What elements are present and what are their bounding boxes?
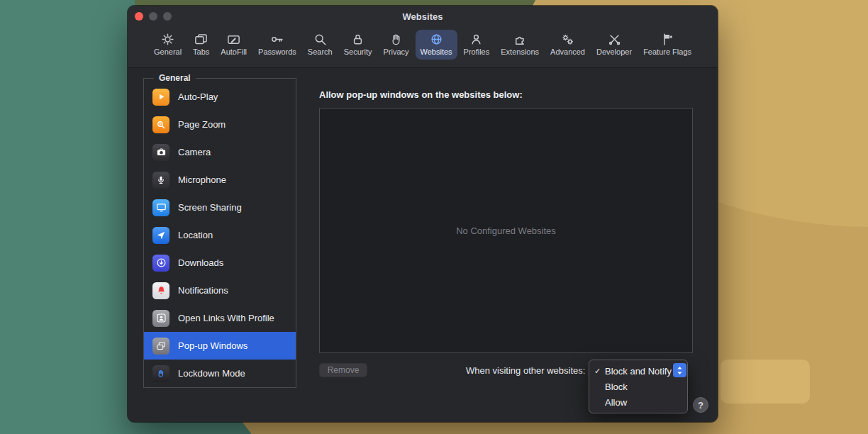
sidebar-item-label: Downloads xyxy=(178,257,223,268)
toolbar-item-general[interactable]: General xyxy=(149,30,187,60)
sidebar-item-label: Notifications xyxy=(178,285,228,296)
screen-icon xyxy=(152,199,169,216)
toolbar-item-label: Developer xyxy=(596,48,632,56)
checkmark-icon: ✓ xyxy=(594,367,601,376)
chevron-up-down-icon xyxy=(677,366,683,375)
window-title: Websites xyxy=(403,11,443,22)
popup-button[interactable] xyxy=(673,363,686,377)
toolbar-item-developer[interactable]: Developer xyxy=(591,30,637,60)
safari-settings-window: Websites General Tabs AutoFill xyxy=(128,6,718,422)
toolbar-item-label: Tabs xyxy=(193,48,209,56)
lock-icon xyxy=(351,33,365,46)
close-button[interactable] xyxy=(135,12,143,21)
toolbar-item-label: Websites xyxy=(421,48,452,56)
traffic-lights xyxy=(135,6,172,27)
globe-icon xyxy=(430,33,443,46)
sidebar-item-auto-play[interactable]: Auto-Play xyxy=(144,83,296,111)
zoom-button[interactable] xyxy=(163,12,172,21)
popup-windows-icon xyxy=(152,338,169,355)
toolbar-item-tabs[interactable]: Tabs xyxy=(188,30,214,60)
sidebar-item-label: Location xyxy=(178,230,213,240)
sidebar-item-location[interactable]: Location xyxy=(144,221,296,249)
toolbar-item-autofill[interactable]: AutoFill xyxy=(216,30,252,60)
sidebar-item-label: Pop-up Windows xyxy=(178,340,247,351)
menu-item-label: Block xyxy=(605,382,628,392)
profile-frame-icon xyxy=(152,310,169,327)
bell-icon xyxy=(152,282,169,299)
toolbar-item-label: General xyxy=(154,48,182,56)
sidebar-section-label: General xyxy=(154,73,196,83)
gear-icon xyxy=(161,33,174,46)
menu-item-label: Allow xyxy=(605,397,627,408)
zoom-magnifier-icon xyxy=(152,116,169,133)
sidebar-item-notifications[interactable]: Notifications xyxy=(144,277,296,304)
toolbar-item-label: Passwords xyxy=(258,48,296,56)
flag-icon xyxy=(661,33,674,46)
toolbar-item-feature-flags[interactable]: Feature Flags xyxy=(638,30,696,60)
sidebar-item-downloads[interactable]: Downloads xyxy=(144,249,296,277)
sidebar-list: Auto-Play Page Zoom Camera Microphone xyxy=(144,79,296,387)
tools-icon xyxy=(608,33,621,46)
sidebar-item-pop-up-windows[interactable]: Pop-up Windows xyxy=(144,332,296,360)
sidebar-item-label: Microphone xyxy=(178,174,226,185)
toolbar-item-security[interactable]: Security xyxy=(339,30,377,60)
download-circle-icon xyxy=(152,255,169,272)
gears-icon xyxy=(561,33,574,46)
toolbar-item-advanced[interactable]: Advanced xyxy=(545,30,590,60)
sidebar-item-lockdown-mode[interactable]: Lockdown Mode xyxy=(144,360,296,387)
play-icon xyxy=(152,89,169,106)
configured-websites-list[interactable]: No Configured Websites xyxy=(319,108,693,353)
menu-item-block[interactable]: Block xyxy=(589,379,687,394)
sidebar-item-open-links-with-profile[interactable]: Open Links With Profile xyxy=(144,304,296,332)
sidebar-item-page-zoom[interactable]: Page Zoom xyxy=(144,111,296,138)
minimize-button[interactable] xyxy=(149,12,157,21)
toolbar-item-passwords[interactable]: Passwords xyxy=(253,30,301,60)
toolbar-item-privacy[interactable]: Privacy xyxy=(378,30,413,60)
help-button[interactable]: ? xyxy=(693,397,708,413)
toolbar-item-websites[interactable]: Websites xyxy=(416,30,457,60)
person-icon xyxy=(469,33,483,46)
menu-item-allow[interactable]: Allow xyxy=(589,394,687,410)
titlebar[interactable]: Websites xyxy=(128,6,718,27)
popup-windows-heading: Allow pop-up windows on the websites bel… xyxy=(319,89,523,100)
sidebar-item-screen-sharing[interactable]: Screen Sharing xyxy=(144,194,296,221)
sidebar-item-label: Lockdown Mode xyxy=(178,368,245,379)
sidebar-item-microphone[interactable]: Microphone xyxy=(144,166,296,194)
when-visiting-label: When visiting other websites: xyxy=(466,365,585,376)
websites-pane: General Auto-Play Page Zoom Camera xyxy=(128,68,718,422)
microphone-icon xyxy=(152,172,169,189)
settings-toolbar: General Tabs AutoFill Passwords xyxy=(128,27,718,68)
hand-icon xyxy=(389,33,403,46)
camera-icon xyxy=(152,144,169,161)
toolbar-item-label: Extensions xyxy=(501,48,539,56)
empty-list-message: No Configured Websites xyxy=(456,226,556,236)
toolbar-item-label: Feature Flags xyxy=(643,48,691,56)
websites-sidebar: General Auto-Play Page Zoom Camera xyxy=(143,78,296,388)
tabs-icon xyxy=(194,33,208,46)
toolbar-item-search[interactable]: Search xyxy=(303,30,338,60)
sidebar-item-label: Screen Sharing xyxy=(178,202,242,213)
toolbar-item-label: Profiles xyxy=(464,48,490,56)
toolbar-item-label: Advanced xyxy=(550,48,585,56)
location-arrow-icon xyxy=(152,227,169,244)
toolbar-item-extensions[interactable]: Extensions xyxy=(496,30,544,60)
wallpaper-card-shape xyxy=(720,360,810,404)
sidebar-item-label: Camera xyxy=(178,147,211,157)
desktop-wallpaper: Websites General Tabs AutoFill xyxy=(0,0,868,434)
puzzle-icon xyxy=(513,33,527,46)
autofill-pen-icon xyxy=(227,33,240,46)
menu-item-label: Block and Notify xyxy=(605,366,672,377)
sidebar-item-camera[interactable]: Camera xyxy=(144,138,296,166)
sidebar-item-label: Open Links With Profile xyxy=(178,313,274,323)
sidebar-item-label: Auto-Play xyxy=(178,91,218,102)
toolbar-item-label: Search xyxy=(308,48,333,56)
remove-button[interactable]: Remove xyxy=(319,363,367,377)
sidebar-item-label: Page Zoom xyxy=(178,119,226,130)
lockdown-hand-icon xyxy=(152,365,169,382)
toolbar-item-label: Security xyxy=(344,48,372,56)
toolbar-item-label: Privacy xyxy=(383,48,408,56)
search-icon xyxy=(313,33,327,46)
key-icon xyxy=(270,33,284,46)
toolbar-item-label: AutoFill xyxy=(221,48,247,56)
toolbar-item-profiles[interactable]: Profiles xyxy=(459,30,495,60)
